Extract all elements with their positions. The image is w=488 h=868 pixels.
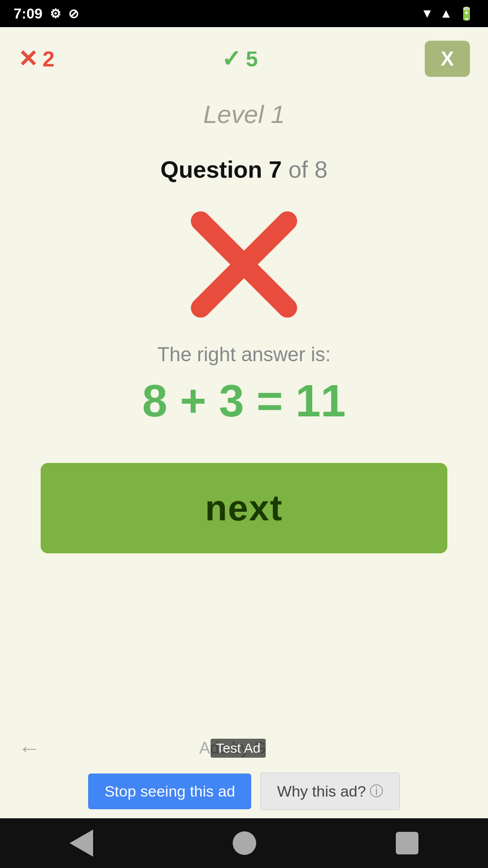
top-bar: ✕ 2 ✓ 5 X xyxy=(18,41,470,77)
nav-bar xyxy=(0,818,488,868)
ad-label-container: Ads by G Test Ad xyxy=(199,739,266,758)
next-button[interactable]: next xyxy=(41,463,447,553)
back-button[interactable]: ← xyxy=(18,735,41,761)
wrong-score: ✕ 2 xyxy=(18,47,55,71)
nav-home-button[interactable] xyxy=(233,831,256,855)
do-not-disturb-icon: ⊘ xyxy=(68,6,79,21)
main-content: ✕ 2 ✓ 5 X Level 1 Question 7 of 8 The ri… xyxy=(0,27,488,723)
level-title: Level 1 xyxy=(203,99,285,129)
back-triangle-icon xyxy=(70,830,93,857)
ad-bar: ← Ads by G Test Ad xyxy=(0,723,488,773)
right-answer-label: The right answer is: xyxy=(157,343,331,366)
ad-options-bar: Stop seeing this ad Why this ad? ⓘ xyxy=(0,773,488,818)
correct-check-icon: ✓ xyxy=(221,47,241,71)
why-ad-label: Why this ad? xyxy=(277,783,366,800)
home-circle-icon xyxy=(233,831,256,855)
battery-icon: 🔋 xyxy=(459,6,474,21)
status-bar: 7:09 ⚙ ⊘ ▼ ▲ 🔋 xyxy=(0,0,488,27)
info-circle-icon: ⓘ xyxy=(370,782,383,801)
wrong-x-icon: ✕ xyxy=(18,47,38,71)
settings-icon: ⚙ xyxy=(50,6,61,21)
back-arrow-icon: ← xyxy=(18,735,41,761)
stop-ad-button[interactable]: Stop seeing this ad xyxy=(88,774,251,809)
question-total: of 8 xyxy=(288,156,328,183)
question-number: 7 xyxy=(269,156,282,183)
close-button[interactable]: X xyxy=(425,41,470,77)
signal-icon: ▲ xyxy=(440,6,452,21)
status-time: 7:09 ⚙ ⊘ xyxy=(14,5,79,22)
big-x-svg xyxy=(190,210,298,319)
wrong-count: 2 xyxy=(42,47,55,71)
recent-square-icon xyxy=(396,832,418,854)
right-answer-equation: 8 + 3 = 11 xyxy=(142,375,346,427)
wifi-icon: ▼ xyxy=(421,6,434,21)
wrong-answer-icon xyxy=(190,210,298,321)
ad-test-badge: Test Ad xyxy=(211,739,266,758)
status-icons: ▼ ▲ 🔋 xyxy=(421,6,474,21)
question-text: Question 7 of 8 xyxy=(160,156,328,183)
bottom-section: ← Ads by G Test Ad Stop seeing this ad W… xyxy=(0,723,488,818)
time-display: 7:09 xyxy=(14,5,42,22)
correct-count: 5 xyxy=(246,47,258,71)
question-label: Question 7 xyxy=(160,156,282,183)
nav-back-button[interactable] xyxy=(70,830,93,857)
nav-recent-button[interactable] xyxy=(396,832,418,854)
correct-score: ✓ 5 xyxy=(221,47,258,71)
why-ad-button[interactable]: Why this ad? ⓘ xyxy=(260,773,400,810)
